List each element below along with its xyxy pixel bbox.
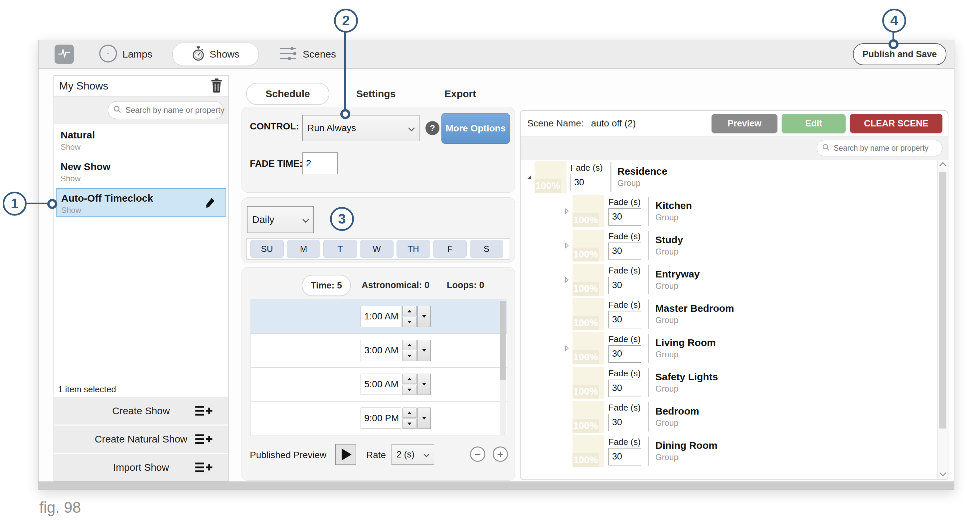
tab-scenes[interactable]: Scenes xyxy=(278,44,336,64)
fade-seconds-input[interactable] xyxy=(608,448,641,466)
list-item-show-selected[interactable]: Auto-Off Timeclock Show xyxy=(56,188,226,216)
color-swatch[interactable]: 100% xyxy=(535,161,566,193)
scene-row[interactable]: 100% Fade (s) Safety Lights Group xyxy=(520,365,938,399)
scroll-down-icon[interactable] xyxy=(939,469,947,477)
scene-search-input[interactable] xyxy=(833,143,937,153)
time-input[interactable] xyxy=(361,306,401,327)
time-dropdown-button[interactable] xyxy=(417,340,431,361)
time-input[interactable] xyxy=(361,340,401,361)
spin-down-button[interactable] xyxy=(402,317,417,327)
spin-down-button[interactable] xyxy=(402,418,417,429)
expander-collapsed-icon[interactable] xyxy=(561,276,573,283)
remove-time-button[interactable]: − xyxy=(470,447,485,462)
time-row[interactable] xyxy=(251,333,507,367)
expander-expanded-icon[interactable] xyxy=(523,174,535,180)
scrollbar-thumb[interactable] xyxy=(939,172,947,429)
fade-seconds-input[interactable] xyxy=(608,277,641,294)
scene-row[interactable]: 100% Fade (s) Entryway Group xyxy=(520,262,938,297)
color-swatch[interactable]: 100% xyxy=(573,264,605,296)
add-time-button[interactable]: + xyxy=(493,447,508,462)
import-show-button[interactable]: Import Show xyxy=(54,454,228,481)
tab-settings[interactable]: Settings xyxy=(356,88,396,100)
spin-down-button[interactable] xyxy=(402,385,417,395)
day-button-su[interactable]: SU xyxy=(250,240,284,258)
more-options-button[interactable]: More Options xyxy=(441,113,510,144)
color-swatch[interactable]: 100% xyxy=(573,435,605,467)
expander-collapsed-icon[interactable] xyxy=(561,242,573,249)
scene-row[interactable]: 100% Fade (s) Study Group xyxy=(520,228,938,262)
time-row-selected[interactable] xyxy=(251,300,507,333)
time-list-scrollbar[interactable] xyxy=(500,300,506,435)
fade-seconds-input[interactable] xyxy=(608,345,641,362)
time-row[interactable] xyxy=(251,367,507,401)
clear-scene-button[interactable]: CLEAR SCENE xyxy=(850,114,942,133)
scene-row[interactable]: 100% Fade (s) Residence Group xyxy=(520,160,938,194)
sidebar-search[interactable] xyxy=(108,101,224,119)
color-swatch[interactable]: 100% xyxy=(573,298,605,330)
play-button[interactable] xyxy=(335,444,356,465)
color-swatch[interactable]: 100% xyxy=(573,230,605,262)
day-button-w[interactable]: W xyxy=(360,240,393,258)
list-item-show[interactable]: New Show Show xyxy=(54,156,228,187)
create-show-button[interactable]: Create Show xyxy=(54,397,228,424)
time-input[interactable] xyxy=(361,374,401,395)
tab-lamps[interactable]: Lamps xyxy=(99,44,152,64)
edit-button[interactable]: Edit xyxy=(782,114,846,133)
time-dropdown-button[interactable] xyxy=(417,407,431,429)
repeat-dropdown[interactable]: Daily xyxy=(247,206,314,233)
time-dropdown-button[interactable] xyxy=(417,374,431,395)
spin-up-button[interactable] xyxy=(402,374,417,384)
rate-dropdown[interactable]: 2 (s) xyxy=(391,444,434,465)
tab-astronomical[interactable]: Astronomical: 0 xyxy=(361,280,430,291)
tab-time[interactable]: Time: 5 xyxy=(302,275,351,296)
status-pulse-button[interactable] xyxy=(54,45,74,64)
create-natural-show-button[interactable]: Create Natural Show xyxy=(54,426,228,453)
fade-seconds-input[interactable] xyxy=(571,174,603,191)
expander-collapsed-icon[interactable] xyxy=(561,208,573,215)
spin-up-button[interactable] xyxy=(402,306,417,316)
tab-loops[interactable]: Loops: 0 xyxy=(447,280,484,291)
scene-row[interactable]: 100% Fade (s) Bedroom Group xyxy=(520,399,938,434)
fade-seconds-input[interactable] xyxy=(608,414,641,431)
preview-button[interactable]: Preview xyxy=(711,114,777,133)
day-button-f[interactable]: F xyxy=(433,240,467,258)
tab-schedule[interactable]: Schedule xyxy=(246,83,329,105)
scene-list-scrollbar[interactable] xyxy=(937,160,948,479)
spin-down-button[interactable] xyxy=(402,351,417,361)
color-swatch[interactable]: 100% xyxy=(573,401,605,433)
time-dropdown-button[interactable] xyxy=(417,306,431,327)
fade-seconds-input[interactable] xyxy=(608,208,641,226)
scene-row[interactable]: 100% Fade (s) Kitchen Group xyxy=(520,194,938,228)
tab-export[interactable]: Export xyxy=(444,88,476,100)
sidebar-search-input[interactable] xyxy=(125,105,229,115)
fade-seconds-input[interactable] xyxy=(608,311,641,328)
scene-search[interactable] xyxy=(817,140,942,156)
scene-row[interactable]: 100% Fade (s) Dining Room Group xyxy=(520,434,938,468)
day-button-th[interactable]: TH xyxy=(396,240,430,258)
color-swatch[interactable]: 100% xyxy=(573,367,605,399)
day-button-t[interactable]: T xyxy=(323,240,357,258)
fade-seconds-input[interactable] xyxy=(608,380,641,397)
time-input[interactable] xyxy=(361,407,401,429)
color-swatch[interactable]: 100% xyxy=(573,332,605,364)
scene-row[interactable]: 100% Fade (s) Living Room Group xyxy=(520,331,938,365)
scroll-up-icon[interactable] xyxy=(939,162,947,169)
edit-pencil-icon[interactable] xyxy=(204,197,216,211)
trash-icon[interactable] xyxy=(210,78,223,94)
list-item-show[interactable]: Natural Show xyxy=(54,124,228,156)
scrollbar-thumb[interactable] xyxy=(500,301,506,380)
spin-up-button[interactable] xyxy=(402,340,417,350)
expander-collapsed-icon[interactable] xyxy=(561,345,573,352)
fade-time-input[interactable] xyxy=(302,153,338,174)
time-row[interactable] xyxy=(251,401,507,435)
tab-shows[interactable]: Shows xyxy=(172,43,259,66)
day-button-s[interactable]: S xyxy=(470,240,503,258)
control-dropdown[interactable]: Run Always xyxy=(302,115,420,141)
scene-row[interactable]: 100% Fade (s) Master Bedroom Group xyxy=(520,297,938,331)
spin-up-button[interactable] xyxy=(402,407,417,418)
day-button-m[interactable]: M xyxy=(287,240,320,258)
publish-and-save-button[interactable]: Publish and Save xyxy=(853,43,947,65)
help-icon[interactable]: ? xyxy=(425,121,439,135)
color-swatch[interactable]: 100% xyxy=(573,195,605,227)
fade-seconds-input[interactable] xyxy=(608,243,641,260)
